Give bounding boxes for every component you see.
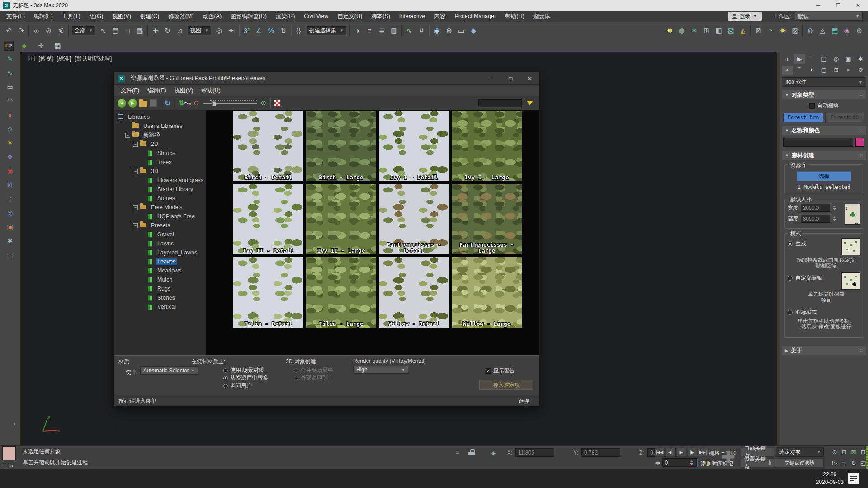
menu-item-4[interactable]: 组(G) (85, 13, 108, 19)
workspace-combo[interactable]: 默认 ▼ (795, 12, 863, 21)
dialog-menu-item-4[interactable]: 帮助(H) (197, 87, 224, 94)
ask-user-radio[interactable]: 询问用户 (223, 382, 252, 389)
tree-item-trees[interactable]: Trees (114, 158, 206, 167)
snap-toggle-icon[interactable]: 3² (241, 24, 253, 37)
preset-thumbnail-tilia-large[interactable]: Tilia - Large (306, 257, 376, 328)
preset-thumbnail-ivy-i-detail[interactable]: Ivy I - Detail (379, 111, 449, 181)
crosshair-tool-icon[interactable]: ✛ (35, 39, 47, 52)
preset-thumbnail-willow-detail[interactable]: Willow - Detail (379, 257, 449, 328)
viewport-label-segment-3[interactable]: [标准] (57, 55, 71, 63)
toolbar-right-icon-8[interactable]: ⊠ (752, 24, 764, 37)
stop-icon[interactable] (150, 99, 157, 107)
percent-snap-icon[interactable]: % (265, 24, 277, 37)
options-link[interactable]: 选项 (519, 397, 535, 405)
gizmo-tool-icon[interactable]: ✱ (5, 236, 15, 246)
geometry-cat-icon[interactable]: ● (782, 66, 793, 75)
select-by-name-icon[interactable]: ▤ (109, 24, 122, 37)
menu-item-3[interactable]: 工具(T) (57, 13, 85, 19)
rendered-frame-icon[interactable]: ▭ (455, 24, 467, 37)
viewport-label-segment-2[interactable]: [透视] (38, 55, 53, 63)
tree-item--[interactable]: −新路径 (114, 131, 206, 140)
tree-item-gravel[interactable]: Gravel (114, 230, 206, 239)
toolbar-right-icon-13[interactable]: ◬ (816, 24, 829, 37)
taskbar-clock[interactable]: 22:29 2020-09-03 (816, 471, 844, 486)
fov-icon[interactable]: ▷ (830, 458, 839, 468)
forest-pro-button[interactable]: Forest Pro (783, 113, 823, 122)
viewport-label-segment-1[interactable]: [+] (28, 55, 35, 63)
create-tab-icon[interactable]: ▶ (794, 54, 805, 64)
xref-to-scene-radio[interactable]: 外部参照到 | (294, 374, 330, 382)
ribbon-icon[interactable]: ▥ (388, 24, 400, 37)
select-manipulate-icon[interactable]: ✦ (225, 24, 237, 37)
tray-note-icon[interactable] (848, 473, 859, 484)
tree-expander-icon[interactable]: − (133, 205, 138, 210)
menu-item-8[interactable]: 动画(A) (198, 13, 226, 19)
tree-expander-icon[interactable]: − (133, 223, 138, 228)
toolbar-right-icon-9[interactable]: ◔ (764, 24, 777, 37)
isolate-selection-icon[interactable]: ⌗ (453, 448, 462, 457)
preset-thumbnail-birch-large[interactable]: Birch - Large (306, 111, 376, 181)
custom-edit-mode-icon[interactable] (841, 272, 860, 290)
tree-item-flowers-and-grass[interactable]: Flowers and grass (114, 176, 206, 185)
key-mode-icon[interactable]: ⚷ (705, 460, 710, 467)
menu-item-16[interactable]: Project Manager (450, 13, 501, 19)
preset-thumbnail-birch-detail[interactable]: Birch - Detail (233, 111, 303, 181)
object-name-input[interactable] (783, 138, 853, 147)
frame-spinner[interactable] (690, 460, 694, 465)
toolbar-right-icon-3[interactable]: ✶ (688, 24, 700, 37)
plant-tool-icon[interactable]: ♣ (18, 39, 30, 52)
preset-thumbnail-parthenocissus-large[interactable]: Parthenocissus -Large (452, 184, 522, 254)
play-icon[interactable]: ▶ (676, 447, 686, 457)
toolbar-right-icon-4[interactable]: ⊞ (700, 24, 712, 37)
tree-expander-icon[interactable]: − (125, 133, 130, 138)
dots-tool-icon[interactable]: ⁖ (5, 194, 15, 204)
zoom-icon[interactable]: ⊙ (830, 447, 839, 457)
menu-item-15[interactable]: 内容 (430, 13, 450, 19)
login-button[interactable]: 登录 ▼ (728, 12, 762, 21)
layer-manager-icon[interactable]: ≣ (376, 24, 388, 37)
menu-item-2[interactable]: 编辑(E) (29, 13, 57, 19)
orbit-icon[interactable]: ↻ (849, 458, 858, 468)
render-quality-combo[interactable]: High▼ (353, 366, 408, 374)
tree-item-libraries[interactable]: Libraries (114, 113, 206, 122)
curve-editor-icon[interactable]: ∿ (403, 24, 415, 37)
lights-cat-icon[interactable]: ✦ (806, 66, 817, 75)
scatter-tool-icon[interactable]: ❖ (5, 152, 15, 162)
material-selector-combo[interactable]: Automatic Selector▼ (140, 366, 198, 375)
redo-icon[interactable]: ↷ (15, 24, 27, 37)
pan-icon[interactable]: ✛ (840, 458, 849, 468)
window-crossing-icon[interactable]: ▦ (134, 24, 146, 37)
open-folder-icon[interactable] (139, 101, 147, 107)
select-scale-icon[interactable]: ⊿ (174, 24, 186, 37)
tree-item-2d[interactable]: −2D (114, 140, 206, 149)
toolbar-right-icon-10[interactable]: ✸ (777, 24, 789, 37)
merge-into-scene-radio[interactable]: 合并到场景中 (294, 366, 333, 374)
replace-from-library-radio[interactable]: 从资源库中替换 (223, 374, 268, 382)
dialog-menu-item-1[interactable]: 文件(F) (117, 87, 143, 94)
autogrid-checkbox[interactable] (809, 103, 815, 109)
swatch-tool-icon[interactable]: ⬚ (5, 250, 15, 260)
object-type-rollout-header[interactable]: ▼对象类型∷ (782, 90, 866, 99)
menu-item-1[interactable]: 文件(F) (2, 13, 29, 19)
menu-item-11[interactable]: Civil View (299, 13, 333, 19)
render-icon[interactable]: ◆ (467, 24, 480, 37)
preset-thumbnail-parthenocissus-detail[interactable]: Parthenocissus -Detail (379, 184, 449, 254)
tree-item-layered-lawns[interactable]: Layered_Lawns (114, 248, 206, 257)
forest-pack-icon[interactable]: FP (4, 41, 14, 51)
systems-cat-icon[interactable]: ⚙ (855, 66, 866, 75)
unlink-icon[interactable]: ⊘ (42, 24, 55, 37)
spacewarps-cat-icon[interactable]: ≈ (843, 66, 854, 75)
hierarchy-tab-icon[interactable]: ▤ (818, 54, 830, 64)
zoom-in-icon[interactable]: ⊕ (261, 99, 267, 107)
import-selected-button[interactable]: 导入选定项 (479, 380, 533, 390)
back-icon[interactable]: ◀ (118, 99, 126, 108)
height-field[interactable]: 3000.0 (801, 215, 830, 223)
tree-expander-icon[interactable]: − (133, 142, 138, 147)
menu-item-12[interactable]: 自定义(U) (333, 13, 367, 19)
preset-thumbnail-tilia-detail[interactable]: Tilia - Detail (233, 257, 303, 328)
name-color-rollout-header[interactable]: ▼名称和颜色∷ (782, 126, 866, 135)
toolbar-right-icon-16[interactable]: ⊕ (853, 24, 865, 37)
toolbar-right-icon-14[interactable]: ⬒ (829, 24, 841, 37)
toolbar-right-icon-11[interactable]: ▨ (789, 24, 801, 37)
icon-mode-radio[interactable]: 图标模式 (788, 307, 817, 316)
